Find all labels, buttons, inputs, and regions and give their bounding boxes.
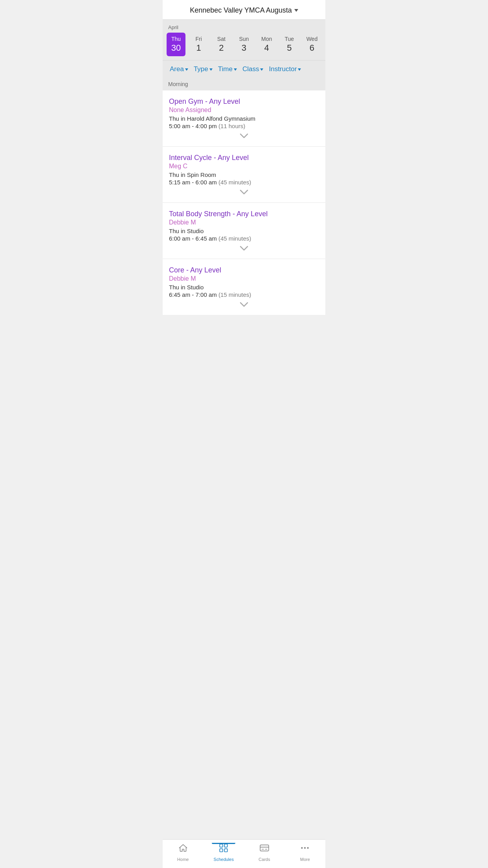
day-name: Mon (261, 36, 272, 42)
location-name: Kennebec Valley YMCA Augusta (190, 6, 292, 15)
svg-rect-3 (224, 849, 227, 852)
day-tue[interactable]: Tue 5 (280, 33, 299, 56)
day-num: 4 (264, 43, 269, 53)
instructor-name: None Assigned (169, 107, 319, 114)
class-name: Interval Cycle - Any Level (169, 154, 319, 162)
class-location: Thu in Harold Alfond Gymnasium (169, 115, 319, 122)
nav-label: Cards (259, 857, 270, 862)
nav-schedules[interactable]: Schedules (212, 843, 235, 862)
class-list: Open Gym - Any Level None Assigned Thu i… (163, 90, 325, 315)
day-num: 6 (310, 43, 314, 53)
more-icon (300, 843, 310, 855)
filter-class[interactable]: Class (241, 64, 265, 74)
section-morning: Morning (163, 78, 325, 90)
nav-cards[interactable]: Cards (253, 843, 276, 862)
expand-chevron[interactable] (169, 186, 319, 198)
svg-point-8 (301, 847, 303, 849)
svg-rect-1 (224, 844, 227, 847)
location-selector[interactable]: Kennebec Valley YMCA Augusta (190, 6, 298, 15)
nav-label: Schedules (214, 857, 234, 862)
day-mon[interactable]: Mon 4 (257, 33, 276, 56)
day-name: Tue (284, 36, 294, 42)
home-icon (178, 843, 188, 855)
calendar-strip: April Thu 30 Fri 1 Sat 2 Sun 3 Mon 4 Tue… (163, 20, 325, 60)
filter-area[interactable]: Area (168, 64, 190, 74)
active-indicator (212, 843, 235, 844)
nav-home[interactable]: Home (171, 843, 195, 862)
svg-point-10 (307, 847, 309, 849)
class-card[interactable]: Open Gym - Any Level None Assigned Thu i… (163, 90, 325, 146)
day-wed[interactable]: Wed 6 (303, 33, 321, 56)
location-dropdown-arrow (294, 9, 298, 12)
filter-arrow (298, 68, 301, 71)
day-num: 1 (196, 43, 201, 53)
day-num: 2 (219, 43, 224, 53)
filter-time[interactable]: Time (216, 64, 238, 74)
day-num: 3 (242, 43, 246, 53)
instructor-name: Debbie M (169, 275, 319, 282)
class-location: Thu in Spin Room (169, 171, 319, 178)
day-name: Wed (306, 36, 318, 42)
days-row: Thu 30 Fri 1 Sat 2 Sun 3 Mon 4 Tue 5 Wed… (167, 33, 321, 56)
nav-label: More (300, 857, 310, 862)
nav-more[interactable]: More (293, 843, 317, 862)
class-card[interactable]: Core - Any Level Debbie M Thu in Studio … (163, 259, 325, 315)
class-card[interactable]: Total Body Strength - Any Level Debbie M… (163, 203, 325, 259)
day-name: Thu (171, 36, 181, 42)
expand-chevron[interactable] (169, 129, 319, 142)
day-sun[interactable]: Sun 3 (235, 33, 253, 56)
svg-rect-0 (220, 844, 223, 847)
day-name: Fri (195, 36, 202, 42)
class-name: Core - Any Level (169, 266, 319, 274)
class-time: 5:00 am - 4:00 pm (11 hours) (169, 123, 319, 129)
class-name: Total Body Strength - Any Level (169, 210, 319, 218)
day-num: 5 (287, 43, 292, 53)
filter-bar: AreaTypeTimeClassInstructor (163, 60, 325, 78)
day-fri[interactable]: Fri 1 (189, 33, 208, 56)
filter-arrow (209, 68, 213, 71)
day-thu[interactable]: Thu 30 (167, 33, 185, 56)
class-name: Open Gym - Any Level (169, 97, 319, 106)
day-name: Sat (217, 36, 226, 42)
class-card[interactable]: Interval Cycle - Any Level Meg C Thu in … (163, 147, 325, 202)
filter-arrow (260, 68, 263, 71)
class-time: 6:00 am - 6:45 am (45 minutes) (169, 235, 319, 242)
class-location: Thu in Studio (169, 228, 319, 234)
expand-chevron[interactable] (169, 242, 319, 254)
day-name: Sun (239, 36, 249, 42)
filter-type[interactable]: Type (192, 64, 214, 74)
filter-instructor[interactable]: Instructor (267, 64, 303, 74)
month-label: April (167, 23, 321, 33)
class-time: 6:45 am - 7:00 am (15 minutes) (169, 291, 319, 298)
cards-icon (259, 843, 270, 855)
class-time: 5:15 am - 6:00 am (45 minutes) (169, 179, 319, 186)
app-header: Kennebec Valley YMCA Augusta (163, 0, 325, 20)
svg-point-9 (304, 847, 306, 849)
day-sat[interactable]: Sat 2 (212, 33, 231, 56)
bottom-nav: Home Schedules Cards More (163, 839, 325, 868)
schedules-icon (218, 843, 229, 855)
filter-arrow (234, 68, 237, 71)
day-num: 30 (171, 43, 181, 53)
instructor-name: Meg C (169, 163, 319, 170)
filter-arrow (185, 68, 188, 71)
instructor-name: Debbie M (169, 219, 319, 226)
nav-label: Home (177, 857, 189, 862)
class-location: Thu in Studio (169, 284, 319, 291)
expand-chevron[interactable] (169, 298, 319, 310)
svg-rect-2 (220, 849, 223, 852)
svg-rect-4 (260, 845, 269, 851)
